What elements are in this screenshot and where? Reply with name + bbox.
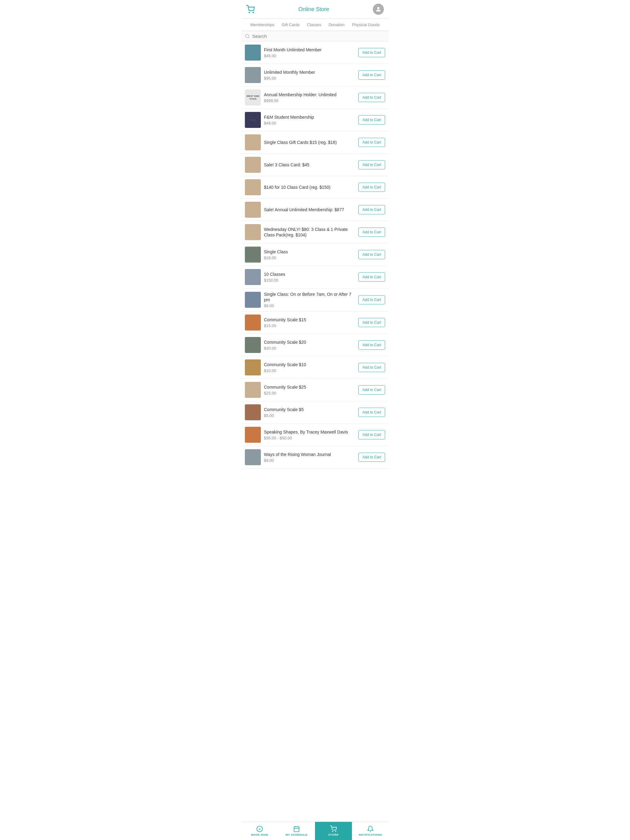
product-info: Sale! 3 Class Card: $45 (261, 162, 358, 167)
product-price: $5.00 (264, 413, 355, 418)
notifications-label: NOTIFICATIONS (359, 833, 382, 836)
product-info: Wednesday ONLY! $80: 3 Class & 1 Private… (261, 227, 358, 238)
add-to-cart-button[interactable]: Add to Cart (358, 115, 385, 125)
search-bar (241, 31, 389, 41)
tab-gift-cards[interactable]: Gift Cards (281, 21, 300, 28)
product-thumbnail (245, 246, 261, 262)
header: Online Store (241, 0, 389, 19)
product-info: Community Scale $15 $15.00 (261, 317, 358, 328)
product-list: First Month Unlimited Member $45.00 Add … (241, 41, 389, 469)
product-price: $20.00 (264, 346, 355, 351)
store-label: STORE (328, 833, 339, 836)
product-thumbnail (245, 202, 261, 218)
product-price: $9.00 (264, 458, 355, 463)
avatar[interactable] (373, 4, 384, 15)
tab-donation[interactable]: Donation (328, 21, 345, 28)
list-item: Unlimited Monthly Member $95.00 Add to C… (241, 64, 389, 87)
add-to-cart-button[interactable]: Add to Cart (358, 48, 385, 57)
product-price: $18.00 (264, 256, 355, 260)
product-thumbnail (245, 224, 261, 240)
product-name: Single Class (264, 249, 355, 254)
product-thumbnail (245, 67, 261, 83)
product-price: $45.00 (264, 54, 355, 58)
product-thumbnail: WEST ENDYOGA (245, 90, 261, 106)
product-name: Ways of the Rising Woman Journal (264, 452, 355, 457)
add-to-cart-button[interactable]: Add to Cart (358, 205, 385, 214)
list-item: Single Class: On or Before 7am, On or Af… (241, 288, 389, 311)
list-item: Single Class Gift Cards $15 (reg. $18) A… (241, 131, 389, 154)
list-item: Speaking Shapes, By Tracey Maxwell Davis… (241, 424, 389, 446)
product-thumbnail (245, 382, 261, 398)
product-thumbnail (245, 449, 261, 465)
product-name: Single Class Gift Cards $15 (reg. $18) (264, 140, 355, 145)
bottom-nav-notifications[interactable]: NOTIFICATIONS (352, 822, 389, 840)
add-to-cart-button[interactable]: Add to Cart (358, 340, 385, 350)
list-item: Wednesday ONLY! $80: 3 Class & 1 Private… (241, 221, 389, 243)
product-thumbnail (245, 179, 261, 195)
product-info: F&M Student Membership $49.00 (261, 114, 358, 125)
product-info: $140 for 10 Class Card (reg. $150) (261, 185, 358, 190)
search-input[interactable] (252, 33, 385, 39)
product-info: Single Class: On or Before 7am, On or Af… (261, 292, 358, 308)
add-to-cart-button[interactable]: Add to Cart (358, 385, 385, 395)
add-to-cart-button[interactable]: Add to Cart (358, 93, 385, 102)
product-price: $150.00 (264, 278, 355, 283)
svg-point-3 (245, 35, 249, 38)
svg-point-10 (332, 831, 333, 832)
add-to-cart-button[interactable]: Add to Cart (358, 408, 385, 417)
page-title: Online Store (255, 6, 373, 13)
cart-icon[interactable] (246, 5, 255, 14)
product-info: Unlimited Monthly Member $95.00 (261, 69, 358, 81)
product-info: Single Class Gift Cards $15 (reg. $18) (261, 140, 358, 145)
add-to-cart-button[interactable]: Add to Cart (358, 453, 385, 462)
product-info: Annual Membership Holder: Unlimited $999… (261, 92, 358, 103)
product-thumbnail (245, 134, 261, 150)
product-thumbnail (245, 337, 261, 353)
svg-rect-6 (294, 827, 299, 832)
nav-tabs: Memberships Gift Cards Classes Donation … (241, 19, 389, 31)
product-name: Wednesday ONLY! $80: 3 Class & 1 Private… (264, 227, 355, 238)
product-info: Speaking Shapes, By Tracey Maxwell Davis… (261, 429, 358, 440)
bottom-nav-my-schedule[interactable]: MY SCHEDULE (278, 822, 315, 840)
add-to-cart-button[interactable]: Add to Cart (358, 138, 385, 147)
list-item: Sale! Annual Unlimited Membership: $877 … (241, 199, 389, 221)
product-name: Sale! Annual Unlimited Membership: $877 (264, 207, 355, 212)
add-to-cart-button[interactable]: Add to Cart (358, 70, 385, 80)
add-to-cart-button[interactable]: Add to Cart (358, 227, 385, 237)
bottom-nav-store[interactable]: STORE (315, 822, 352, 840)
add-to-cart-button[interactable]: Add to Cart (358, 430, 385, 439)
product-info: Single Class $18.00 (261, 249, 358, 260)
product-name: $140 for 10 Class Card (reg. $150) (264, 185, 355, 190)
svg-point-1 (253, 12, 253, 13)
tab-physical-goods[interactable]: Physical Goods (351, 21, 380, 28)
product-name: Annual Membership Holder: Unlimited (264, 92, 355, 98)
tab-memberships[interactable]: Memberships (250, 21, 275, 28)
add-to-cart-button[interactable]: Add to Cart (358, 250, 385, 259)
book-now-label: BOOK NOW (251, 833, 268, 836)
product-price: $10.00 (264, 368, 355, 373)
list-item: WEST ENDYOGA Annual Membership Holder: U… (241, 87, 389, 109)
bottom-nav-book-now[interactable]: BOOK NOW (241, 822, 278, 840)
product-name: Community Scale $25 (264, 384, 355, 390)
add-to-cart-button[interactable]: Add to Cart (358, 183, 385, 192)
add-to-cart-button[interactable]: Add to Cart (358, 160, 385, 169)
bell-icon (367, 826, 374, 832)
product-name: Speaking Shapes, By Tracey Maxwell Davis (264, 429, 355, 435)
add-to-cart-button[interactable]: Add to Cart (358, 318, 385, 327)
product-name: F&M Student Membership (264, 114, 355, 120)
tab-classes[interactable]: Classes (306, 21, 322, 28)
check-circle-icon (256, 826, 263, 832)
add-to-cart-button[interactable]: Add to Cart (358, 363, 385, 372)
list-item: 10 Classes $150.00 Add to Cart (241, 266, 389, 288)
calendar-icon (293, 826, 300, 832)
list-item: Single Class $18.00 Add to Cart (241, 243, 389, 266)
product-thumbnail (245, 359, 261, 376)
product-price: $49.00 (264, 121, 355, 125)
product-thumbnail (245, 157, 261, 173)
product-info: Community Scale $25 $25.00 (261, 384, 358, 395)
add-to-cart-button[interactable]: Add to Cart (358, 295, 385, 305)
add-to-cart-button[interactable]: Add to Cart (358, 272, 385, 282)
list-item: Community Scale $5 $5.00 Add to Cart (241, 401, 389, 424)
product-info: Community Scale $20 $20.00 (261, 339, 358, 351)
product-name: First Month Unlimited Member (264, 47, 355, 52)
